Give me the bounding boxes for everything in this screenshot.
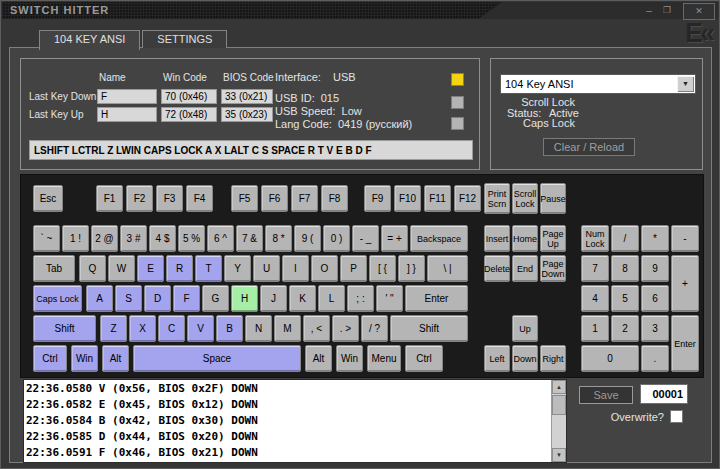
key-end: End <box>512 255 538 282</box>
event-log[interactable]: 22:36.0580 V (0x56, BIOS 0x2F) DOWN22:36… <box>23 379 567 463</box>
key-enter: Enter <box>405 285 468 312</box>
maximize-icon[interactable]: ❐ <box>660 4 674 17</box>
minimize-icon[interactable]: – <box>642 4 656 17</box>
key-info-group: Name Win Code BIOS Code Last Key Down F … <box>20 58 480 170</box>
key-e: E <box>137 255 164 282</box>
key-f12: F12 <box>454 185 481 212</box>
last-key-down-win-code-field[interactable]: 70 (0x46) <box>161 89 217 104</box>
key-num-lock: Num Lock <box>581 225 609 252</box>
key-57: + <box>671 255 699 312</box>
key-f: F <box>173 285 200 312</box>
key-5: 5 <box>611 285 639 312</box>
column-header-bios-code: BIOS Code <box>223 72 274 83</box>
key-7: 7 <box>581 255 609 282</box>
key-r: R <box>166 255 193 282</box>
key-0: 0 <box>581 345 639 372</box>
key-x: X <box>129 315 156 342</box>
key-history-field[interactable]: LSHIFT LCTRL Z LWIN CAPS LOCK A X LALT C… <box>29 140 473 160</box>
key-8: 8 * <box>265 225 292 252</box>
key-a: A <box>86 285 113 312</box>
key-g: G <box>202 285 229 312</box>
app-window: SWITCH HITTER – ❐ ✕ E« 104 KEY ANSI SETT… <box>0 0 720 469</box>
key-shift: Shift <box>390 315 468 342</box>
key-36: - <box>671 225 699 252</box>
key-84: / ? <box>361 315 388 342</box>
key-ctrl: Ctrl <box>33 345 67 372</box>
key-82: , < <box>303 315 330 342</box>
key-2: 2 <box>611 315 639 342</box>
key-27: - _ <box>352 225 379 252</box>
save-counter-field[interactable]: 00001 <box>640 384 688 404</box>
log-scrollbar[interactable]: ▲ ▼ <box>551 380 566 462</box>
save-button[interactable]: Save <box>579 386 633 404</box>
status-label: Status: <box>507 107 541 119</box>
key-49: ] } <box>398 255 425 282</box>
key-i: I <box>282 255 309 282</box>
key-m: M <box>274 315 301 342</box>
column-header-win-code: Win Code <box>163 72 207 83</box>
key-35: * <box>641 225 669 252</box>
last-key-down-bios-code-field[interactable]: 33 (0x21) <box>221 89 273 104</box>
key-103: . <box>641 345 669 372</box>
key-f3: F3 <box>156 185 183 212</box>
scroll-lock-indicator <box>451 96 464 109</box>
key-pause: Pause <box>540 183 566 214</box>
key-tab: Tab <box>33 255 75 282</box>
key-0: 0 ) <box>323 225 350 252</box>
key-win: Win <box>336 345 363 372</box>
last-key-up-win-code-field[interactable]: 72 (0x48) <box>161 107 217 122</box>
key-scroll-lock: Scroll Lock <box>512 183 538 214</box>
last-key-up-bios-code-field[interactable]: 35 (0x23) <box>221 107 273 122</box>
key-u: U <box>253 255 280 282</box>
log-line: 22:36.0580 V (0x56, BIOS 0x2F) DOWN <box>26 381 549 397</box>
key-k: K <box>289 285 316 312</box>
key-6: 6 ^ <box>207 225 234 252</box>
key-4: 4 $ <box>149 225 176 252</box>
key-f1: F1 <box>96 185 123 212</box>
chevron-down-icon[interactable]: ▼ <box>677 76 694 92</box>
window-title: SWITCH HITTER <box>10 4 109 16</box>
key-f6: F6 <box>261 185 288 212</box>
title-bar[interactable]: SWITCH HITTER – ❐ ✕ <box>2 2 718 19</box>
key-4: 4 <box>581 285 609 312</box>
last-key-down-name-field[interactable]: F <box>97 89 157 104</box>
last-key-up-name-field[interactable]: H <box>97 107 157 122</box>
tab-settings[interactable]: SETTINGS <box>142 30 227 48</box>
key-caps-lock: Caps Lock <box>33 285 82 312</box>
key-space: Space <box>133 345 301 372</box>
key-34: / <box>611 225 639 252</box>
overwrite-checkbox[interactable] <box>670 410 683 423</box>
column-header-name: Name <box>99 72 126 83</box>
scroll-up-icon[interactable]: ▲ <box>552 380 566 394</box>
clear-reload-button[interactable]: Clear / Reload <box>543 138 635 156</box>
scrollbar-thumb[interactable] <box>552 395 566 415</box>
key-left: Left <box>484 345 510 372</box>
key-s: S <box>115 285 142 312</box>
last-key-up-label: Last Key Up <box>29 109 83 120</box>
last-key-down-label: Last Key Down <box>29 91 96 102</box>
key-z: Z <box>100 315 127 342</box>
tab-page: Name Win Code BIOS Code Last Key Down F … <box>9 47 712 463</box>
scroll-down-icon[interactable]: ▼ <box>552 448 566 462</box>
key-f5: F5 <box>231 185 258 212</box>
key-l: L <box>318 285 345 312</box>
key-print-scrn: Print Scrn <box>484 183 510 214</box>
key-5: 5 % <box>178 225 205 252</box>
log-lines: 22:36.0580 V (0x56, BIOS 0x2F) DOWN22:36… <box>26 381 549 461</box>
layout-dropdown[interactable]: 104 Key ANSI ▼ <box>500 74 696 94</box>
key-1: 1 <box>581 315 609 342</box>
key-up: Up <box>512 315 538 342</box>
key-down: Down <box>512 345 538 372</box>
key-d: D <box>144 285 171 312</box>
tab-104-key-ansi[interactable]: 104 KEY ANSI <box>39 30 140 50</box>
key-w: W <box>108 255 135 282</box>
key-16: ` ~ <box>33 225 60 252</box>
key-b: B <box>216 315 243 342</box>
key-f2: F2 <box>126 185 153 212</box>
key-esc: Esc <box>33 185 63 212</box>
key-backspace: Backspace <box>410 225 468 252</box>
key-69: ' " <box>376 285 403 312</box>
key-28: = + <box>381 225 408 252</box>
layout-group: 104 Key ANSI ▼ Status: Active Clear / Re… <box>490 58 703 170</box>
key-f11: F11 <box>424 185 451 212</box>
